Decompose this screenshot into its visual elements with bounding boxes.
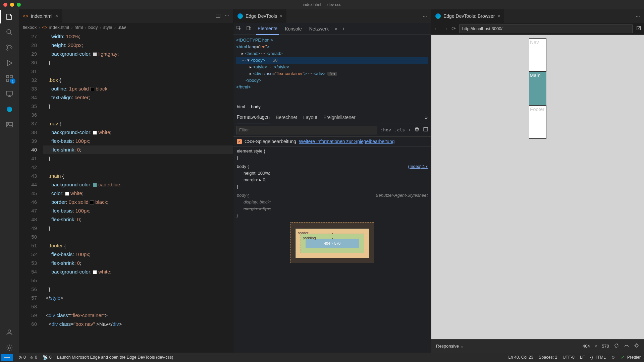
settings-gear-icon[interactable] [5,343,14,353]
svg-point-2 [7,49,8,50]
close-icon[interactable] [3,3,7,7]
svg-point-11 [8,330,11,333]
url-input[interactable] [459,24,633,33]
back-icon[interactable]: ← [434,26,439,32]
status-bar: ⟷ ⊘ 0 ⚠ 0 📡 0 Launch Microsoft Edge and … [0,353,644,362]
device-toggle-icon[interactable] [246,25,252,32]
styles-filter-input[interactable] [236,126,377,134]
edge-tools-icon[interactable] [5,105,14,114]
remote-indicator[interactable]: ⟷ [1,354,13,361]
cls-toggle[interactable]: .cls [394,127,405,132]
print-icon[interactable] [414,127,420,133]
tab-elements[interactable]: Elemente [256,23,279,35]
more-tabs-icon[interactable]: » [425,115,428,120]
svg-rect-8 [6,91,12,95]
new-rule-icon[interactable]: + [408,127,411,132]
panel-icon[interactable] [423,127,428,133]
feedback-icon[interactable]: ☺ [611,355,615,360]
more-icon[interactable]: ⋯ [636,14,640,19]
svg-rect-19 [416,130,418,131]
more-icon[interactable]: ⋯ [423,14,427,19]
activity-bar: 1 [0,9,19,353]
close-icon[interactable]: × [55,13,58,19]
svg-rect-5 [10,75,12,78]
viewport-width[interactable]: 404 [583,344,590,349]
extensions-badge: 1 [10,78,15,84]
indentation[interactable]: Spaces: 2 [539,355,557,360]
tab-console[interactable]: Konsole [283,23,303,35]
tab-computed[interactable]: Berechnet [276,111,297,123]
more-icon[interactable]: ⋯ [225,13,229,19]
editor-tab-index[interactable]: <> index.html × [19,9,62,23]
tab-label: index.html [31,13,52,19]
eol[interactable]: LF [580,355,585,360]
close-icon[interactable]: × [280,13,282,19]
close-icon[interactable]: × [497,13,500,19]
breadcrumb[interactable]: flexbox› <> index.html› html› body› styl… [19,23,233,32]
external-icon[interactable] [636,25,641,32]
editor-tabs: <> index.html × ⋯ [19,9,233,23]
screenshot-icon[interactable] [634,343,639,349]
code-editor[interactable]: 2728293031323334353637383940414243444546… [19,32,233,353]
editor-pane: <> index.html × ⋯ flexbox› <> index.html… [19,9,233,353]
box-model[interactable]: margin- border- padding- 404 × 570 [290,222,374,263]
source-control-icon[interactable] [5,43,14,52]
zoom-icon[interactable] [17,3,21,7]
language-mode[interactable]: {} HTML [590,355,606,360]
browser-pane: Edge DevTools: Browser × ⋯ ← → ⟳ Nav Mai… [431,9,644,353]
tab-network[interactable]: Netzwerk [308,23,330,35]
encoding[interactable]: UTF-8 [563,355,575,360]
ports[interactable]: 📡 0 [43,355,52,360]
minimize-icon[interactable] [10,3,14,7]
preview-nav: Nav [529,38,546,72]
svg-point-3 [11,47,12,48]
forward-icon[interactable]: → [443,26,448,32]
rotate-icon[interactable] [614,343,619,349]
svg-point-1 [7,45,8,46]
browser-viewport[interactable]: Nav Main Footer [431,35,644,339]
mirror-info-link[interactable]: Weitere Informationen zur Spiegelbearbei… [299,139,394,144]
edge-icon [435,13,441,19]
svg-point-0 [7,29,11,34]
account-icon[interactable] [5,328,14,337]
cursor-position[interactable]: Ln 40, Col 23 [508,355,533,360]
launch-task[interactable]: Launch Microsoft Edge and open the Edge … [57,355,173,360]
search-icon[interactable] [5,27,14,37]
more-tabs-icon[interactable]: » [335,26,337,32]
add-tab-icon[interactable]: + [342,26,345,32]
extensions-icon[interactable]: 1 [5,74,14,83]
window-controls[interactable] [3,3,21,7]
reload-icon[interactable]: ⟳ [451,25,456,32]
problems[interactable]: ⊘ 0 ⚠ 0 [18,355,37,360]
prettier-status[interactable]: Prettier [621,355,641,360]
dom-breadcrumb[interactable]: html body [233,102,431,111]
window-title: index.html — dev-css [303,2,341,7]
split-editor-icon[interactable] [215,13,221,19]
styles-panel[interactable]: element.style { } (Index):17body { heigh… [233,146,431,353]
responsive-mode[interactable]: Responsive ⌄ [436,344,464,349]
throttle-icon[interactable] [624,343,629,349]
image-icon[interactable] [5,120,14,129]
edge-icon [237,13,243,19]
browser-tab[interactable]: Edge DevTools: Browser × [431,9,504,23]
dom-tree[interactable]: <!DOCTYPE html> <html lang="en"> ▸ <head… [233,35,431,102]
tab-styles[interactable]: Formatvorlagen [237,111,270,123]
html-file-icon: <> [23,13,28,19]
svg-rect-18 [416,127,418,128]
devtools-tab[interactable]: Edge DevTools × [233,9,286,23]
svg-point-22 [635,344,638,347]
preview-footer: Footer [529,105,546,139]
remote-explorer-icon[interactable] [5,89,14,99]
explorer-icon[interactable] [5,12,14,21]
titlebar: index.html — dev-css [0,0,644,9]
hov-toggle[interactable]: :hov [381,127,391,132]
svg-rect-6 [6,79,9,81]
html-file-icon: <> [42,25,47,30]
svg-rect-20 [424,128,428,131]
run-debug-icon[interactable] [5,58,14,68]
viewport-height[interactable]: 570 [602,344,609,349]
tab-events[interactable]: Ereignislistener [323,111,356,123]
inspect-icon[interactable] [236,25,241,32]
mirror-checkbox[interactable]: ✓ [237,139,242,144]
tab-layout[interactable]: Layout [303,111,317,123]
